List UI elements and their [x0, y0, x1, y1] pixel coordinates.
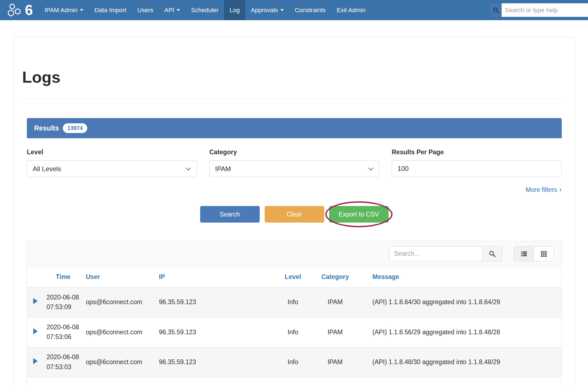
search-icon: [490, 3, 502, 17]
nav-item-data-import[interactable]: Data Import: [89, 0, 132, 20]
cell-time: 2020-06-08 07:53:06: [44, 317, 82, 347]
results-count-badge: 13974: [63, 123, 87, 133]
nav-menu: IPAM Admin Data Import Users API Schedul…: [39, 0, 371, 20]
nav-label: Approvals: [251, 7, 278, 14]
nav-item-api[interactable]: API: [159, 0, 185, 20]
dropdown-caret-icon: [177, 9, 180, 11]
cell-message: (API) 1.1.8.64/30 aggregated into 1.1.8.…: [358, 287, 561, 317]
global-search: [490, 3, 588, 17]
cell-time: 2020-06-08 07:53:03: [44, 347, 82, 377]
nav-label: Log: [229, 7, 240, 14]
hexagon-logo-icon: [7, 2, 23, 18]
table-toolbar: [27, 241, 561, 267]
cell-message: (API) 1.1.8.56/29 aggregated into 1.1.8.…: [358, 317, 561, 347]
column-header-category[interactable]: Category: [312, 267, 358, 287]
log-table: Time User IP Level Category Message 2020…: [27, 267, 561, 386]
column-header-ip[interactable]: IP: [152, 267, 274, 287]
table-row: 2020-06-08 07:53:09 ops@6connect.com 96.…: [27, 287, 561, 317]
list-view-button[interactable]: [514, 246, 534, 261]
nav-item-ipam-admin[interactable]: IPAM Admin: [39, 0, 89, 20]
cell-level: Info: [274, 317, 312, 347]
cell-user: ops@6connect.com: [82, 317, 152, 347]
cell-time: 2020-06-08 07:53:09: [44, 287, 82, 317]
category-select[interactable]: IPAM: [209, 160, 379, 177]
global-search-input[interactable]: [502, 3, 588, 17]
cell-level: Info: [274, 287, 312, 317]
cell-ip: 96.35.59.123: [152, 317, 274, 347]
grid-view-icon: [540, 250, 547, 257]
cell-level: Info: [274, 347, 312, 377]
table-row: [27, 377, 561, 386]
filters-row: Level All Levels Category IPAM Results P…: [27, 148, 562, 177]
more-filters-link[interactable]: More filters›: [14, 185, 562, 194]
expand-row-icon[interactable]: [33, 328, 38, 334]
log-table-card: Time User IP Level Category Message 2020…: [27, 241, 562, 386]
nav-label: Scheduler: [191, 7, 218, 14]
expand-row-icon[interactable]: [33, 298, 38, 304]
column-header-message[interactable]: Message: [358, 267, 561, 287]
cell-category: IPAM: [312, 347, 358, 377]
list-view-icon: [520, 250, 528, 257]
logo[interactable]: 6: [0, 0, 39, 20]
expand-row-icon[interactable]: [33, 358, 38, 364]
table-search-input[interactable]: [389, 246, 482, 261]
nav-label: Constraints: [295, 7, 326, 14]
dropdown-caret-icon: [80, 9, 83, 11]
search-icon: [488, 250, 496, 258]
nav-label: IPAM Admin: [45, 7, 78, 14]
brand-text: 6: [25, 0, 33, 20]
page-title: Logs: [22, 68, 575, 86]
nav-label: API: [164, 7, 174, 14]
search-button[interactable]: Search: [200, 206, 260, 223]
clear-button[interactable]: Clear: [265, 206, 324, 223]
category-label: Category: [209, 148, 379, 156]
chevron-right-icon: ›: [559, 185, 562, 194]
nav-label: Users: [137, 7, 153, 14]
results-panel-header: Results 13974: [27, 118, 562, 138]
table-search-button[interactable]: [482, 246, 502, 261]
level-select[interactable]: All Levels: [27, 160, 197, 177]
cell-ip: 96.35.59.123: [152, 287, 274, 317]
content-card: Logs Results 13974 Level All Levels Cate…: [14, 37, 575, 386]
column-header-time[interactable]: Time: [44, 267, 82, 287]
export-to-csv-button[interactable]: Export to CSV: [329, 206, 389, 223]
nav-item-log[interactable]: Log: [224, 0, 245, 20]
results-per-page-input[interactable]: [392, 160, 562, 177]
nav-label: Exit Admin: [337, 7, 365, 14]
dropdown-caret-icon: [280, 9, 284, 11]
column-header-user[interactable]: User: [82, 267, 152, 287]
results-title: Results: [34, 124, 59, 132]
cell-user: ops@6connect.com: [82, 287, 152, 317]
expand-column-header: [27, 267, 44, 287]
column-header-level[interactable]: Level: [274, 267, 312, 287]
more-filters-label: More filters: [526, 186, 557, 193]
actions-row: Search Clear Export to CSV: [14, 206, 575, 223]
cell-category: IPAM: [312, 287, 358, 317]
nav-item-exit-admin[interactable]: Exit Admin: [331, 0, 371, 20]
nav-label: Data Import: [94, 7, 126, 14]
cell-message: (API) 1.1.8.48/30 aggregated into 1.1.8.…: [358, 347, 561, 377]
table-header-row: Time User IP Level Category Message: [27, 267, 561, 287]
grid-view-button[interactable]: [534, 246, 554, 261]
nav-item-constraints[interactable]: Constraints: [289, 0, 331, 20]
cell-user: ops@6connect.com: [82, 347, 152, 377]
table-row: 2020-06-08 07:53:03 ops@6connect.com 96.…: [27, 347, 561, 377]
results-per-page-label: Results Per Page: [392, 148, 562, 156]
table-row: 2020-06-08 07:53:06 ops@6connect.com 96.…: [27, 317, 561, 347]
nav-item-scheduler[interactable]: Scheduler: [185, 0, 224, 20]
top-navbar: 6 IPAM Admin Data Import Users API Sched…: [0, 0, 588, 20]
view-toggle-group: [514, 246, 554, 261]
title-divider: [22, 98, 566, 99]
cell-ip: 96.35.59.123: [152, 347, 274, 377]
level-label: Level: [27, 148, 197, 156]
cell-category: IPAM: [312, 317, 358, 347]
nav-item-approvals[interactable]: Approvals: [245, 0, 289, 20]
nav-item-users[interactable]: Users: [132, 0, 159, 20]
